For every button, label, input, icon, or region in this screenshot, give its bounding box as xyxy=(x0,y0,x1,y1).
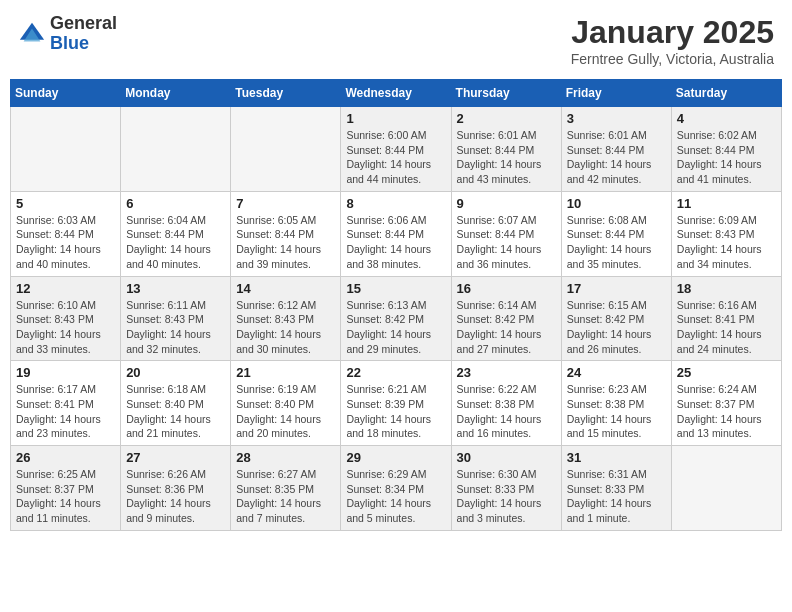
day-number: 12 xyxy=(16,281,115,296)
day-info: Sunrise: 6:03 AMSunset: 8:44 PMDaylight:… xyxy=(16,213,115,272)
day-info: Sunrise: 6:18 AMSunset: 8:40 PMDaylight:… xyxy=(126,382,225,441)
weekday-header: Sunday xyxy=(11,80,121,107)
calendar-cell: 27Sunrise: 6:26 AMSunset: 8:36 PMDayligh… xyxy=(121,446,231,531)
day-number: 22 xyxy=(346,365,445,380)
calendar-cell: 5Sunrise: 6:03 AMSunset: 8:44 PMDaylight… xyxy=(11,191,121,276)
day-info: Sunrise: 6:15 AMSunset: 8:42 PMDaylight:… xyxy=(567,298,666,357)
calendar-cell: 14Sunrise: 6:12 AMSunset: 8:43 PMDayligh… xyxy=(231,276,341,361)
day-number: 10 xyxy=(567,196,666,211)
logo-blue: Blue xyxy=(50,34,117,54)
calendar-cell: 15Sunrise: 6:13 AMSunset: 8:42 PMDayligh… xyxy=(341,276,451,361)
weekday-header: Thursday xyxy=(451,80,561,107)
day-number: 29 xyxy=(346,450,445,465)
day-info: Sunrise: 6:17 AMSunset: 8:41 PMDaylight:… xyxy=(16,382,115,441)
day-number: 13 xyxy=(126,281,225,296)
day-number: 28 xyxy=(236,450,335,465)
calendar-cell: 23Sunrise: 6:22 AMSunset: 8:38 PMDayligh… xyxy=(451,361,561,446)
calendar-cell: 30Sunrise: 6:30 AMSunset: 8:33 PMDayligh… xyxy=(451,446,561,531)
day-number: 4 xyxy=(677,111,776,126)
location: Ferntree Gully, Victoria, Australia xyxy=(571,51,774,67)
calendar-cell: 24Sunrise: 6:23 AMSunset: 8:38 PMDayligh… xyxy=(561,361,671,446)
calendar-cell: 11Sunrise: 6:09 AMSunset: 8:43 PMDayligh… xyxy=(671,191,781,276)
calendar-cell: 17Sunrise: 6:15 AMSunset: 8:42 PMDayligh… xyxy=(561,276,671,361)
day-info: Sunrise: 6:13 AMSunset: 8:42 PMDaylight:… xyxy=(346,298,445,357)
day-number: 6 xyxy=(126,196,225,211)
day-number: 23 xyxy=(457,365,556,380)
logo-general: General xyxy=(50,14,117,34)
calendar-cell: 29Sunrise: 6:29 AMSunset: 8:34 PMDayligh… xyxy=(341,446,451,531)
calendar-cell: 31Sunrise: 6:31 AMSunset: 8:33 PMDayligh… xyxy=(561,446,671,531)
day-info: Sunrise: 6:09 AMSunset: 8:43 PMDaylight:… xyxy=(677,213,776,272)
calendar-cell: 21Sunrise: 6:19 AMSunset: 8:40 PMDayligh… xyxy=(231,361,341,446)
day-number: 21 xyxy=(236,365,335,380)
day-info: Sunrise: 6:05 AMSunset: 8:44 PMDaylight:… xyxy=(236,213,335,272)
day-number: 11 xyxy=(677,196,776,211)
day-number: 17 xyxy=(567,281,666,296)
weekday-header: Wednesday xyxy=(341,80,451,107)
day-info: Sunrise: 6:24 AMSunset: 8:37 PMDaylight:… xyxy=(677,382,776,441)
day-number: 20 xyxy=(126,365,225,380)
calendar-header: SundayMondayTuesdayWednesdayThursdayFrid… xyxy=(11,80,782,107)
day-info: Sunrise: 6:26 AMSunset: 8:36 PMDaylight:… xyxy=(126,467,225,526)
weekday-header: Friday xyxy=(561,80,671,107)
calendar-cell: 12Sunrise: 6:10 AMSunset: 8:43 PMDayligh… xyxy=(11,276,121,361)
day-info: Sunrise: 6:27 AMSunset: 8:35 PMDaylight:… xyxy=(236,467,335,526)
day-info: Sunrise: 6:29 AMSunset: 8:34 PMDaylight:… xyxy=(346,467,445,526)
calendar-cell xyxy=(11,107,121,192)
calendar-cell: 28Sunrise: 6:27 AMSunset: 8:35 PMDayligh… xyxy=(231,446,341,531)
calendar-week-row: 26Sunrise: 6:25 AMSunset: 8:37 PMDayligh… xyxy=(11,446,782,531)
calendar-cell: 1Sunrise: 6:00 AMSunset: 8:44 PMDaylight… xyxy=(341,107,451,192)
day-info: Sunrise: 6:30 AMSunset: 8:33 PMDaylight:… xyxy=(457,467,556,526)
calendar-cell: 18Sunrise: 6:16 AMSunset: 8:41 PMDayligh… xyxy=(671,276,781,361)
day-info: Sunrise: 6:11 AMSunset: 8:43 PMDaylight:… xyxy=(126,298,225,357)
calendar-cell: 13Sunrise: 6:11 AMSunset: 8:43 PMDayligh… xyxy=(121,276,231,361)
day-number: 7 xyxy=(236,196,335,211)
day-number: 25 xyxy=(677,365,776,380)
day-number: 31 xyxy=(567,450,666,465)
header: General Blue January 2025 Ferntree Gully… xyxy=(10,10,782,71)
day-info: Sunrise: 6:16 AMSunset: 8:41 PMDaylight:… xyxy=(677,298,776,357)
day-number: 8 xyxy=(346,196,445,211)
day-number: 2 xyxy=(457,111,556,126)
calendar-cell: 22Sunrise: 6:21 AMSunset: 8:39 PMDayligh… xyxy=(341,361,451,446)
day-info: Sunrise: 6:19 AMSunset: 8:40 PMDaylight:… xyxy=(236,382,335,441)
calendar-cell: 3Sunrise: 6:01 AMSunset: 8:44 PMDaylight… xyxy=(561,107,671,192)
calendar-cell: 26Sunrise: 6:25 AMSunset: 8:37 PMDayligh… xyxy=(11,446,121,531)
day-info: Sunrise: 6:21 AMSunset: 8:39 PMDaylight:… xyxy=(346,382,445,441)
day-number: 16 xyxy=(457,281,556,296)
day-number: 19 xyxy=(16,365,115,380)
day-number: 5 xyxy=(16,196,115,211)
calendar-cell: 25Sunrise: 6:24 AMSunset: 8:37 PMDayligh… xyxy=(671,361,781,446)
day-info: Sunrise: 6:31 AMSunset: 8:33 PMDaylight:… xyxy=(567,467,666,526)
calendar-cell: 16Sunrise: 6:14 AMSunset: 8:42 PMDayligh… xyxy=(451,276,561,361)
weekday-header-row: SundayMondayTuesdayWednesdayThursdayFrid… xyxy=(11,80,782,107)
day-info: Sunrise: 6:02 AMSunset: 8:44 PMDaylight:… xyxy=(677,128,776,187)
day-info: Sunrise: 6:08 AMSunset: 8:44 PMDaylight:… xyxy=(567,213,666,272)
calendar-cell: 4Sunrise: 6:02 AMSunset: 8:44 PMDaylight… xyxy=(671,107,781,192)
day-info: Sunrise: 6:22 AMSunset: 8:38 PMDaylight:… xyxy=(457,382,556,441)
weekday-header: Saturday xyxy=(671,80,781,107)
day-info: Sunrise: 6:06 AMSunset: 8:44 PMDaylight:… xyxy=(346,213,445,272)
month-title: January 2025 xyxy=(571,14,774,51)
day-number: 24 xyxy=(567,365,666,380)
calendar-cell xyxy=(231,107,341,192)
day-info: Sunrise: 6:14 AMSunset: 8:42 PMDaylight:… xyxy=(457,298,556,357)
calendar-cell: 8Sunrise: 6:06 AMSunset: 8:44 PMDaylight… xyxy=(341,191,451,276)
logo-icon xyxy=(18,21,46,49)
weekday-header: Tuesday xyxy=(231,80,341,107)
calendar-body: 1Sunrise: 6:00 AMSunset: 8:44 PMDaylight… xyxy=(11,107,782,531)
day-info: Sunrise: 6:07 AMSunset: 8:44 PMDaylight:… xyxy=(457,213,556,272)
day-info: Sunrise: 6:25 AMSunset: 8:37 PMDaylight:… xyxy=(16,467,115,526)
day-number: 27 xyxy=(126,450,225,465)
day-info: Sunrise: 6:01 AMSunset: 8:44 PMDaylight:… xyxy=(457,128,556,187)
day-number: 3 xyxy=(567,111,666,126)
title-section: January 2025 Ferntree Gully, Victoria, A… xyxy=(571,14,774,67)
day-number: 18 xyxy=(677,281,776,296)
calendar-cell xyxy=(121,107,231,192)
weekday-header: Monday xyxy=(121,80,231,107)
calendar-cell: 19Sunrise: 6:17 AMSunset: 8:41 PMDayligh… xyxy=(11,361,121,446)
day-number: 14 xyxy=(236,281,335,296)
calendar-week-row: 12Sunrise: 6:10 AMSunset: 8:43 PMDayligh… xyxy=(11,276,782,361)
calendar-week-row: 19Sunrise: 6:17 AMSunset: 8:41 PMDayligh… xyxy=(11,361,782,446)
day-number: 30 xyxy=(457,450,556,465)
